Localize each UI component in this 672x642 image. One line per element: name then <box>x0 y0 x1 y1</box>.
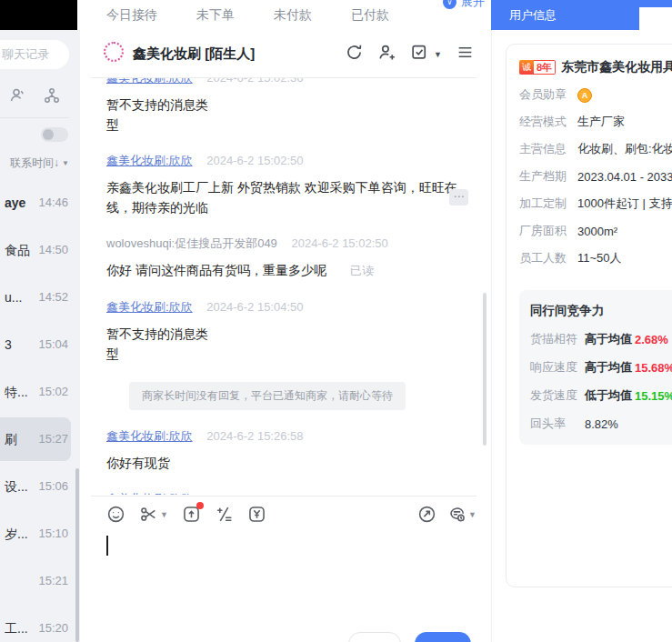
chevron-down-icon[interactable]: ▼ <box>434 50 442 59</box>
user-info-header: 用户信息 <box>491 0 672 30</box>
comp-prefix: 低于均值 <box>585 387 632 404</box>
list-item[interactable]: 15:21 <box>0 557 80 605</box>
message-list: 鑫美化妆刷:欣欣 2024-6-2 15:02:36 暂不支持的消息类 型 鑫美… <box>80 78 491 495</box>
chat-history-search[interactable]: 聊天记录 <box>0 40 69 69</box>
conversation-name: u... <box>5 274 22 321</box>
conversation-name: aye <box>5 179 25 226</box>
toolbar-divider <box>91 496 476 497</box>
list-item[interactable]: 食品 14:50 <box>0 226 80 274</box>
comp-label: 回头率 <box>530 416 585 432</box>
conversation-sidebar: 聊天记录 联系时间↓ ▼ aye 14:46 食品 14:50 u... 14:… <box>0 30 80 642</box>
tab-unpaid[interactable]: 未付款 <box>274 7 312 24</box>
create-task-icon[interactable] <box>410 43 429 65</box>
message: 鑫美化妆刷:欣欣 2024-6-2 15:26:58 你好有现货 <box>106 428 473 473</box>
notification-dot <box>196 502 204 509</box>
member-medal-icon: A <box>577 87 592 103</box>
chevron-down-icon: ▼ <box>468 510 476 519</box>
field-label: 加工定制 <box>519 196 568 212</box>
secondary-action-button[interactable] <box>348 632 401 642</box>
sort-label: 联系时间↓ <box>10 155 59 171</box>
image-upload-icon[interactable] <box>182 505 201 524</box>
conversation-name: 设... <box>5 463 28 510</box>
toggle-knob <box>43 129 54 140</box>
text-input-caret[interactable] <box>106 536 108 556</box>
conversation-time: 15:06 <box>38 463 68 510</box>
field-row: 厂房面积 3000m² <box>519 223 672 239</box>
message-time: 2024-6-2 15:02:50 <box>291 236 387 250</box>
seller-info-card: 诚 8年 东莞市鑫美化妆用具 会员勋章 A 经营模式 生产厂家 主营信息 化妆刷… <box>506 44 672 587</box>
list-item[interactable]: u... 14:52 <box>0 274 80 321</box>
emoji-icon[interactable] <box>106 505 125 524</box>
top-left-dark-block <box>0 0 77 30</box>
message-sender[interactable]: 鑫美化妆刷:欣欣 <box>106 154 193 167</box>
message-sender[interactable]: 鑫美化妆刷:欣欣 <box>106 300 193 314</box>
payment-icon[interactable] <box>247 505 266 524</box>
field-value: 1000件起订 | 支持贴 <box>577 196 672 212</box>
message-text-body: 你好 请问这件商品有货吗，重量多少呢 <box>106 263 326 277</box>
field-value: 生产厂家 <box>577 114 625 130</box>
refresh-icon[interactable] <box>345 43 364 65</box>
sort-control[interactable]: 联系时间↓ ▼ <box>10 155 69 171</box>
conversation-name: 食品 <box>5 226 30 274</box>
list-item[interactable]: 岁... 15:10 <box>0 510 80 557</box>
message: 鑫美化妆刷:欣欣 2024-6-2 15:02:50 亲鑫美化妆刷工厂上新 外贸… <box>106 153 473 217</box>
sidebar-scrollbar[interactable] <box>75 468 79 642</box>
field-label: 主营信息 <box>519 141 568 157</box>
field-label: 员工人数 <box>519 250 568 266</box>
org-structure-icon[interactable] <box>43 86 61 108</box>
message-sender[interactable]: 鑫美化妆刷:欣欣 <box>106 429 193 443</box>
expand-button[interactable]: ∨ 展开 <box>443 0 485 10</box>
tab-paid[interactable]: 已付款 <box>351 7 389 24</box>
message-text: 暂不支持的消息类 型 <box>106 95 473 135</box>
conversation-time: 15:04 <box>38 321 68 368</box>
conversation-time: 15:10 <box>38 510 68 557</box>
forward-icon[interactable] <box>417 505 436 524</box>
filter-toggle[interactable] <box>41 127 68 142</box>
chat-panel: 鑫美化妆刷 [陌生人] ▼ 鑫美化妆刷:欣欣 2024-6-2 15:02:36… <box>80 30 491 642</box>
chat-history-icon[interactable]: ▼ <box>447 505 476 524</box>
comp-value: 15.68% ↑ <box>635 361 672 375</box>
conversation-time: 15:21 <box>38 557 68 605</box>
list-item[interactable]: 特... 15:02 <box>0 368 80 416</box>
list-item[interactable]: aye 14:46 <box>0 179 80 226</box>
system-notice: 商家长时间没有回复，平台已通知商家，请耐心等待 <box>129 382 406 410</box>
company-row: 诚 8年 东莞市鑫美化妆用具 <box>519 59 672 75</box>
screenshot-scissors-icon[interactable]: ▼ <box>139 505 168 524</box>
field-value: 2023.04.01 - 2033. <box>577 170 672 184</box>
field-row: 会员勋章 A <box>519 86 672 103</box>
message-text: 暂不支持的消息类 型 <box>106 324 473 364</box>
add-contact-icon[interactable] <box>377 43 396 65</box>
message-sender[interactable]: 鑫美化妆刷:欣欣 <box>106 492 193 495</box>
company-name[interactable]: 东莞市鑫美化妆用具 <box>561 59 672 75</box>
message-time: 2024-6-2 15:26:58 <box>206 429 303 443</box>
message: 鑫美化妆刷:欣欣 2024-6-2 15:02:36 暂不支持的消息类 型 <box>106 78 473 135</box>
conversation-time: 15:20 <box>38 605 68 642</box>
message-time: 2024-6-2 15:04:50 <box>206 300 303 314</box>
comp-value: 2.68% ↑ <box>635 333 672 346</box>
tab-today-reception[interactable]: 今日接待 <box>106 7 157 24</box>
sidebar-divider <box>0 117 69 118</box>
contacts-icon[interactable] <box>8 86 26 108</box>
tab-no-order[interactable]: 未下单 <box>196 7 235 24</box>
message-sender[interactable]: 鑫美化妆刷:欣欣 <box>106 78 193 85</box>
send-button[interactable] <box>415 632 471 642</box>
chat-scrollbar[interactable] <box>483 293 486 446</box>
message-text: 亲鑫美化妆刷工厂上新 外贸热销款 欢迎采购下单咨询，旺旺在线，期待亲的光临 <box>106 177 473 217</box>
message-sender[interactable]: woloveshuqi:促佳搜品开发部049 <box>106 236 277 250</box>
list-item[interactable]: 设... 15:06 <box>0 463 80 510</box>
conversation-name: 3 <box>5 321 12 368</box>
list-item[interactable]: 3 15:04 <box>0 321 80 368</box>
price-adjust-icon[interactable] <box>215 505 234 524</box>
conversation-time: 15:27 <box>38 416 68 463</box>
menu-icon[interactable] <box>456 43 475 65</box>
list-item-selected[interactable]: 刷 15:27 <box>0 416 80 463</box>
header-notch <box>639 7 672 30</box>
system-notice-row: 商家长时间没有回复，平台已通知商家，请耐心等待 <box>80 382 455 410</box>
comp-row: 回头率 8.82% <box>530 416 672 432</box>
list-item[interactable]: 工... 15:20 <box>0 605 80 642</box>
message: 鑫美化妆刷:欣欣 2024-6-2 15:04:50 暂不支持的消息类 型 <box>106 299 473 364</box>
tab-user-info[interactable]: 用户信息 <box>509 0 557 30</box>
field-value: 化妆刷、刷包:化妆工 <box>577 141 672 157</box>
message: woloveshuqi:促佳搜品开发部049 2024-6-2 15:02:50… <box>106 236 473 281</box>
message-more-button[interactable]: ⋯ <box>449 189 468 206</box>
